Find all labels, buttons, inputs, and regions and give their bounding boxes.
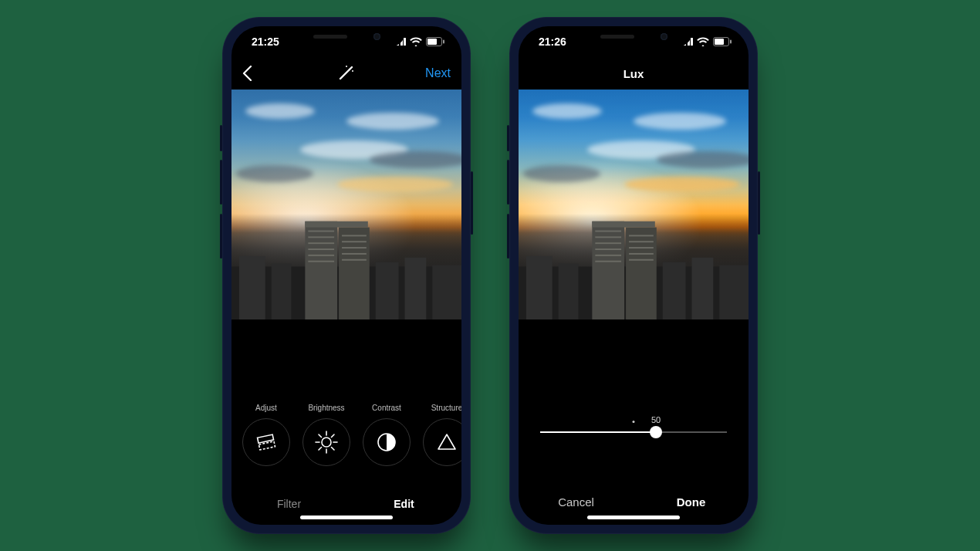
svg-rect-49 (595, 230, 621, 232)
svg-rect-53 (595, 255, 621, 256)
photo-city (231, 214, 461, 319)
device-notch (289, 26, 404, 46)
svg-rect-41 (526, 256, 553, 319)
svg-rect-18 (308, 255, 334, 256)
slider-thumb[interactable] (650, 426, 662, 438)
screen-lux: 21:26 Lux (519, 26, 749, 525)
brightness-icon (302, 418, 350, 466)
svg-rect-1 (427, 39, 437, 45)
nav-bar: Lux (519, 57, 749, 90)
svg-rect-38 (715, 39, 724, 45)
phone-mockup-edit: 21:25 Next (222, 17, 471, 534)
svg-rect-12 (404, 258, 426, 319)
home-indicator[interactable] (300, 516, 393, 519)
svg-rect-50 (595, 236, 621, 238)
svg-line-32 (319, 434, 322, 438)
svg-rect-16 (308, 242, 334, 244)
speaker-grille (600, 35, 634, 39)
status-time: 21:26 (539, 35, 566, 48)
svg-rect-19 (308, 261, 334, 262)
svg-rect-42 (559, 264, 579, 319)
svg-rect-24 (342, 259, 367, 261)
status-time: 21:25 (252, 35, 279, 48)
home-indicator[interactable] (587, 516, 680, 519)
svg-rect-8 (305, 221, 337, 319)
lux-slider[interactable] (540, 424, 727, 440)
photo-city (519, 214, 749, 319)
svg-rect-22 (342, 247, 367, 248)
screen-edit: 21:25 Next (231, 26, 461, 525)
svg-rect-56 (629, 241, 654, 242)
slider-track (540, 431, 727, 433)
wifi-icon (410, 37, 422, 46)
phone-volume-up (507, 160, 509, 205)
tool-contrast[interactable]: Contrast (361, 404, 412, 466)
tool-label: Structure (431, 404, 461, 412)
phone-mockup-lux: 21:26 Lux (509, 17, 758, 534)
svg-rect-14 (308, 230, 334, 232)
done-button[interactable]: Done (634, 495, 749, 509)
edit-tools-row[interactable]: Adjust Brightness Contrast Structure (231, 404, 461, 466)
svg-rect-54 (595, 261, 621, 262)
wifi-icon (697, 37, 709, 46)
phone-volume-up (220, 160, 222, 205)
battery-icon (713, 37, 732, 46)
svg-rect-10 (305, 221, 367, 228)
tool-label: Contrast (372, 404, 401, 412)
back-button[interactable] (242, 66, 281, 81)
phone-volume-down (507, 214, 509, 259)
cancel-button[interactable]: Cancel (519, 495, 634, 509)
svg-line-33 (332, 448, 335, 451)
front-camera (661, 33, 667, 40)
structure-icon (423, 418, 461, 466)
phone-power-button (471, 171, 473, 235)
tool-adjust[interactable]: Adjust (241, 404, 292, 466)
svg-point-27 (322, 438, 331, 447)
tool-label: Adjust (255, 404, 277, 412)
svg-rect-47 (691, 258, 713, 319)
slider-value: 50 (651, 415, 661, 424)
svg-rect-2 (443, 40, 444, 44)
svg-rect-17 (308, 248, 334, 250)
svg-rect-6 (239, 256, 265, 319)
contrast-icon (363, 418, 411, 466)
adjust-icon (242, 418, 290, 466)
phone-silent-switch (220, 125, 222, 151)
svg-point-3 (352, 70, 353, 72)
front-camera (373, 33, 380, 40)
slider-center-marker (633, 421, 635, 423)
photo-preview[interactable] (519, 90, 749, 319)
svg-rect-51 (595, 242, 621, 244)
tool-label: Brightness (308, 404, 344, 412)
tab-filter[interactable]: Filter (231, 498, 346, 510)
svg-rect-23 (342, 253, 367, 255)
svg-rect-59 (629, 259, 654, 261)
tool-brightness[interactable]: Brightness (301, 404, 352, 466)
phone-silent-switch (507, 125, 509, 151)
phone-power-button (758, 171, 760, 235)
nav-bar: Next (231, 57, 461, 90)
svg-rect-13 (432, 265, 461, 319)
svg-line-34 (319, 448, 322, 451)
svg-point-4 (346, 66, 347, 67)
phone-volume-down (220, 214, 222, 259)
svg-rect-43 (592, 221, 624, 319)
lux-slider-container: 50 (519, 415, 749, 440)
photo-preview[interactable] (231, 90, 461, 319)
svg-line-35 (332, 434, 335, 438)
svg-rect-55 (629, 235, 654, 236)
slider-fill (540, 431, 656, 433)
svg-rect-48 (719, 265, 749, 319)
svg-rect-39 (730, 40, 732, 44)
lux-wand-button[interactable] (338, 64, 355, 83)
svg-rect-57 (629, 247, 654, 248)
tool-structure[interactable]: Structure (421, 404, 461, 466)
tab-edit[interactable]: Edit (346, 498, 461, 510)
svg-rect-46 (663, 262, 686, 319)
svg-rect-21 (342, 241, 367, 242)
svg-rect-7 (272, 264, 292, 319)
battery-icon (426, 37, 444, 46)
speaker-grille (313, 35, 347, 39)
svg-rect-45 (592, 221, 654, 228)
next-button[interactable]: Next (412, 66, 451, 80)
